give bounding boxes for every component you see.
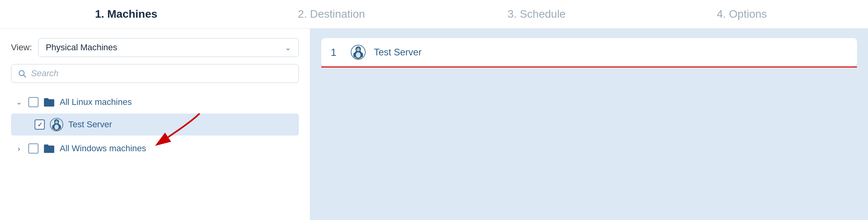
view-select-dropdown[interactable]: Physical Machines ⌄ [38,38,299,57]
view-label: View: [11,42,32,53]
selected-item-card: 1 Test Server [321,38,857,66]
svg-point-18 [357,48,360,51]
svg-point-6 [55,121,56,122]
tree-checkbox-all-linux[interactable] [28,97,38,107]
tree-label-all-windows: All Windows machines [60,143,146,154]
svg-point-5 [55,121,58,123]
arrow-container: ✓ [11,114,299,136]
tree-label-test-server: Test Server [68,119,112,130]
tree-expand-windows[interactable]: › [14,144,24,153]
search-placeholder: Search [31,68,59,79]
svg-point-11 [52,125,54,129]
tree-item-all-linux[interactable]: ⌄ All Linux machines [11,92,299,112]
wizard-step-schedule[interactable]: 3. Schedule [434,8,639,20]
search-icon [18,69,26,78]
tree-checkbox-test-server[interactable]: ✓ [35,119,45,130]
view-row: View: Physical Machines ⌄ [11,38,299,57]
search-bar[interactable]: Search [11,64,299,83]
right-panel: 1 Test Server [310,29,868,220]
red-underline-divider [321,66,857,68]
svg-point-24 [353,53,356,57]
folder-windows-icon [43,143,55,154]
svg-point-8 [56,122,57,123]
wizard-step-machines[interactable]: 1. Machines [24,8,229,20]
folder-icon [43,96,55,108]
tree-checkbox-all-windows[interactable] [28,143,38,154]
main-content: View: Physical Machines ⌄ Search ⌄ All L… [0,29,868,220]
svg-point-20 [359,48,359,49]
item-penguin-icon [350,44,366,60]
item-number: 1 [331,46,342,59]
svg-point-21 [357,50,359,50]
svg-line-1 [24,75,26,77]
view-select-value: Physical Machines [46,42,117,53]
tree-item-all-windows[interactable]: › All Windows machines [11,139,299,158]
chevron-down-icon: ⌄ [285,43,291,52]
svg-point-7 [57,121,58,122]
check-icon: ✓ [37,121,42,128]
svg-point-17 [356,52,361,58]
item-name: Test Server [374,47,421,58]
wizard-header: 1. Machines 2. Destination 3. Schedule 4… [0,0,868,29]
tree-label-all-linux: All Linux machines [60,97,132,107]
left-panel: View: Physical Machines ⌄ Search ⌄ All L… [0,29,310,220]
wizard-step-destination[interactable]: 2. Destination [229,8,434,20]
wizard-step-options[interactable]: 4. Options [639,8,845,20]
svg-point-19 [357,48,358,49]
svg-point-25 [361,53,363,57]
svg-point-0 [19,71,24,76]
tree-item-test-server[interactable]: ✓ [11,114,299,136]
svg-point-12 [59,125,61,129]
penguin-icon [49,117,64,132]
tree-expand-linux[interactable]: ⌄ [14,97,24,107]
svg-point-4 [55,125,59,130]
